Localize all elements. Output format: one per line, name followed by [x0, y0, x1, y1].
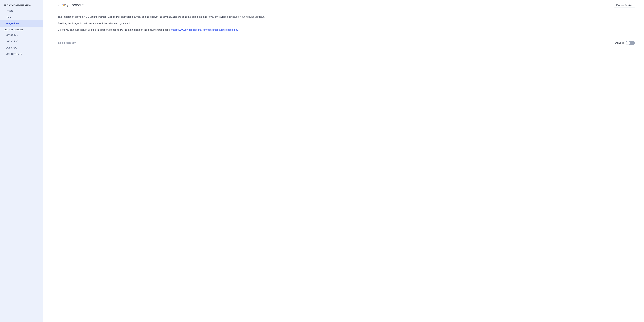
category-button[interactable]: Payment Services: [614, 3, 635, 7]
integration-doc-link[interactable]: https://www.verygoodsecurity.com/docs/in…: [171, 28, 238, 31]
sidebar-item-label: Logs: [6, 16, 11, 18]
sidebar: PROXY CONFIGURATION Routes Logs Integrat…: [0, 0, 43, 322]
integration-type-value: google-pay: [64, 41, 76, 44]
integration-card: ⌄ G Pay GOOGLE Payment Services This int…: [54, 0, 639, 46]
integration-toggle-group: Disabled: [615, 41, 635, 45]
svg-line-1: [21, 53, 22, 54]
main-content: ⌄ G Pay GOOGLE Payment Services This int…: [46, 0, 644, 322]
integration-doc-intro: Before you can successfully use this int…: [58, 28, 171, 31]
sidebar-item-vgs-show[interactable]: VGS Show: [0, 45, 43, 51]
integration-type-label: Type:: [58, 41, 64, 44]
chevron-down-icon[interactable]: ⌄: [57, 4, 60, 6]
integration-header-left: ⌄ G Pay GOOGLE: [57, 3, 84, 7]
sidebar-item-label: Routes: [6, 9, 13, 12]
google-pay-text: Pay: [64, 4, 68, 7]
google-pay-logo: G Pay: [62, 3, 68, 7]
external-link-icon: [16, 40, 18, 43]
sidebar-item-label: VGS CLI: [6, 40, 15, 43]
svg-line-0: [16, 41, 18, 41]
sidebar-section-proxy: PROXY CONFIGURATION: [0, 3, 43, 8]
sidebar-item-logs[interactable]: Logs: [0, 14, 43, 20]
sidebar-item-label: VGS Show: [6, 46, 17, 49]
integration-footer: Type: google-pay Disabled: [58, 38, 635, 46]
sidebar-item-vgs-collect[interactable]: VGS Collect: [0, 32, 43, 38]
integration-type: Type: google-pay: [58, 41, 76, 44]
sidebar-item-label: VGS Collect: [6, 34, 18, 36]
external-link-icon: [20, 53, 22, 55]
integration-description: This integration allows a VGS vault to i…: [54, 10, 639, 38]
enable-toggle[interactable]: [626, 41, 635, 45]
integration-card-header[interactable]: ⌄ G Pay GOOGLE Payment Services: [54, 0, 639, 10]
integration-name: GOOGLE: [72, 4, 84, 7]
integration-paragraph: This integration allows a VGS vault to i…: [58, 15, 635, 19]
sidebar-section-dev: DEV RESOURCES: [0, 27, 43, 32]
integration-doc-paragraph: Before you can successfully use this int…: [58, 28, 635, 32]
sidebar-item-integrations[interactable]: Integrations: [0, 20, 43, 27]
vertical-divider: [43, 0, 46, 322]
google-g-icon: G: [62, 3, 64, 7]
sidebar-item-vgs-cli[interactable]: VGS CLI: [0, 38, 43, 45]
integration-paragraph: Enabling this integration will create a …: [58, 22, 635, 25]
sidebar-item-vgs-satellite[interactable]: VGS Satellite: [0, 51, 43, 57]
toggle-state-label: Disabled: [615, 41, 624, 44]
sidebar-item-routes[interactable]: Routes: [0, 8, 43, 14]
toggle-knob: [626, 41, 630, 45]
sidebar-item-label: Integrations: [6, 22, 19, 25]
sidebar-item-label: VGS Satellite: [6, 53, 20, 55]
